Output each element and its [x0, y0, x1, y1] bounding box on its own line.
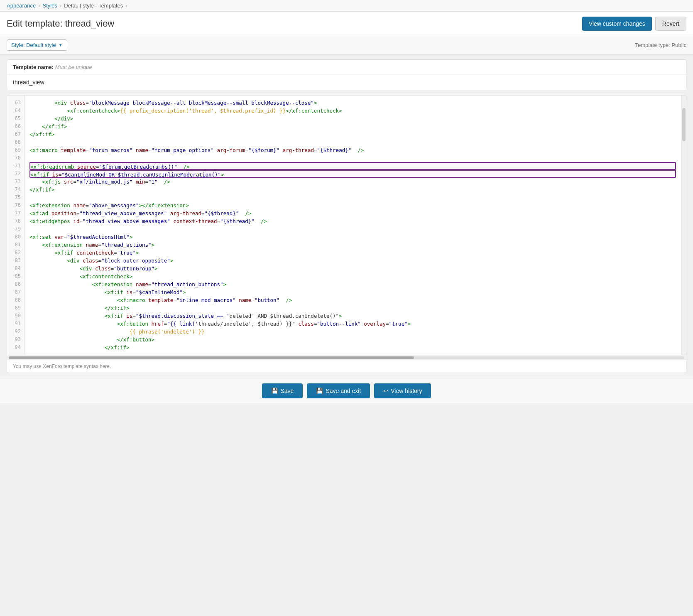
- line-number-89: 89: [7, 304, 24, 312]
- line-number-82: 82: [7, 249, 24, 257]
- vscroll-thumb: [682, 108, 686, 141]
- line-number-72: 72: [7, 170, 24, 178]
- code-line-74: </xf:if>: [29, 186, 676, 194]
- line-number-70: 70: [7, 154, 24, 162]
- breadcrumb-bar: Appearance › Styles › Default style - Te…: [0, 0, 693, 12]
- syntax-hint: You may use XenForo template syntax here…: [7, 360, 686, 373]
- line-number-75: 75: [7, 194, 24, 201]
- view-history-button[interactable]: ↩ View history: [374, 383, 431, 398]
- view-custom-changes-button[interactable]: View custom changes: [582, 17, 652, 31]
- breadcrumb-sep-1: ›: [38, 2, 40, 9]
- breadcrumb-sep-3: ›: [125, 2, 127, 9]
- horizontal-scrollbar[interactable]: [7, 355, 686, 360]
- main-content: Template name: Must be unique 6364656667…: [0, 54, 693, 378]
- template-name-header: Template name: Must be unique: [7, 60, 686, 75]
- line-number-66: 66: [7, 123, 24, 130]
- line-number-74: 74: [7, 186, 24, 194]
- code-line-75: [29, 194, 676, 201]
- code-line-70: [29, 154, 676, 162]
- code-line-82: <xf:if contentcheck="true">: [29, 249, 676, 257]
- line-number-85: 85: [7, 272, 24, 280]
- template-name-input[interactable]: [7, 75, 686, 90]
- code-line-85: <xf:contentcheck>: [29, 272, 676, 280]
- breadcrumb-current: Default style - Templates: [64, 2, 123, 9]
- code-line-86: <xf:extension name="thread_action_button…: [29, 280, 676, 288]
- revert-button[interactable]: Revert: [655, 17, 686, 31]
- line-number-78: 78: [7, 217, 24, 225]
- view-history-label: View history: [391, 388, 422, 394]
- style-dropdown[interactable]: Style: Default style ▼: [7, 39, 67, 51]
- code-line-93: </xf:button>: [29, 336, 676, 344]
- code-line-76: <xf:extension name="above_messages"></xf…: [29, 201, 676, 209]
- line-numbers: 6364656667686970717273747576777879808182…: [7, 96, 24, 355]
- save-exit-icon: 💾: [316, 388, 323, 394]
- line-number-86: 86: [7, 280, 24, 288]
- line-number-90: 90: [7, 312, 24, 320]
- chevron-down-icon: ▼: [59, 43, 63, 47]
- breadcrumb-styles[interactable]: Styles: [42, 2, 57, 9]
- line-number-87: 87: [7, 288, 24, 296]
- save-label: Save: [281, 388, 294, 394]
- style-bar: Style: Default style ▼ Template type: Pu…: [0, 36, 693, 54]
- line-number-92: 92: [7, 328, 24, 336]
- code-line-79: [29, 225, 676, 233]
- save-exit-button[interactable]: 💾 Save and exit: [307, 383, 370, 398]
- line-number-73: 73: [7, 178, 24, 186]
- line-number-94: 94: [7, 344, 24, 351]
- header-area: Edit template: thread_view View custom c…: [0, 12, 693, 36]
- code-area[interactable]: <div class="blockMessage blockMessage--a…: [24, 96, 681, 355]
- template-name-section: Template name: Must be unique: [7, 59, 686, 90]
- editor-content: 6364656667686970717273747576777879808182…: [7, 96, 686, 355]
- code-line-83: <div class="block-outer-opposite">: [29, 257, 676, 265]
- code-line-66: </xf:if>: [29, 123, 676, 130]
- code-line-88: <xf:macro template="inline_mod_macros" n…: [29, 296, 676, 304]
- line-number-65: 65: [7, 115, 24, 123]
- code-line-84: <div class="buttonGroup">: [29, 265, 676, 272]
- code-line-78: <xf:widgetpos id="thread_view_above_mess…: [29, 217, 676, 225]
- code-line-68: [29, 138, 676, 146]
- code-line-77: <xf:ad position="thread_view_above_messa…: [29, 209, 676, 217]
- code-line-91: <xf:button href="{{ link('threads/undele…: [29, 320, 676, 328]
- code-line-94: </xf:if>: [29, 344, 676, 351]
- scrollbar-track: [9, 356, 684, 359]
- code-line-72: <xf:if is="$canInlineMod OR $thread.canU…: [29, 170, 676, 178]
- line-number-63: 63: [7, 99, 24, 107]
- line-number-83: 83: [7, 257, 24, 265]
- code-line-64: <xf:contentcheck>{{ prefix_description('…: [29, 107, 676, 115]
- save-button[interactable]: 💾 Save: [262, 383, 303, 398]
- line-number-93: 93: [7, 336, 24, 344]
- code-line-90: <xf:if is="$thread.discussion_state == '…: [29, 312, 676, 320]
- vertical-scrollbar[interactable]: [681, 96, 686, 355]
- code-line-89: </xf:if>: [29, 304, 676, 312]
- save-icon: 💾: [271, 388, 278, 394]
- line-number-69: 69: [7, 146, 24, 154]
- code-line-71: <xf:breadcrumb source="$forum.getBreadcr…: [29, 162, 676, 170]
- line-number-80: 80: [7, 233, 24, 241]
- history-icon: ↩: [383, 388, 388, 394]
- code-line-63: <div class="blockMessage blockMessage--a…: [29, 99, 676, 107]
- breadcrumb-sep-2: ›: [60, 2, 61, 9]
- template-type-label: Template type: Public: [635, 42, 686, 48]
- line-number-71: 71: [7, 162, 24, 170]
- line-number-67: 67: [7, 130, 24, 138]
- line-number-84: 84: [7, 265, 24, 272]
- line-number-77: 77: [7, 209, 24, 217]
- style-label: Style: Default style: [11, 42, 56, 48]
- line-number-79: 79: [7, 225, 24, 233]
- code-line-92: {{ phrase('undelete') }}: [29, 328, 676, 336]
- template-name-hint: Must be unique: [55, 64, 92, 70]
- code-line-65: </div>: [29, 115, 676, 123]
- footer: 💾 Save 💾 Save and exit ↩ View history: [0, 378, 693, 403]
- scrollbar-thumb: [9, 356, 414, 359]
- line-number-88: 88: [7, 296, 24, 304]
- code-line-81: <xf:extension name="thread_actions">: [29, 241, 676, 249]
- code-line-67: </xf:if>: [29, 130, 676, 138]
- breadcrumb-appearance[interactable]: Appearance: [7, 2, 36, 9]
- line-number-76: 76: [7, 201, 24, 209]
- code-line-69: <xf:macro template="forum_macros" name="…: [29, 146, 676, 154]
- code-line-73: <xf:js src="xf/inline_mod.js" min="1" />: [29, 178, 676, 186]
- page-title: Edit template: thread_view: [7, 18, 114, 29]
- editor-box: 6364656667686970717273747576777879808182…: [7, 95, 686, 373]
- line-number-64: 64: [7, 107, 24, 115]
- template-name-label: Template name:: [13, 64, 54, 70]
